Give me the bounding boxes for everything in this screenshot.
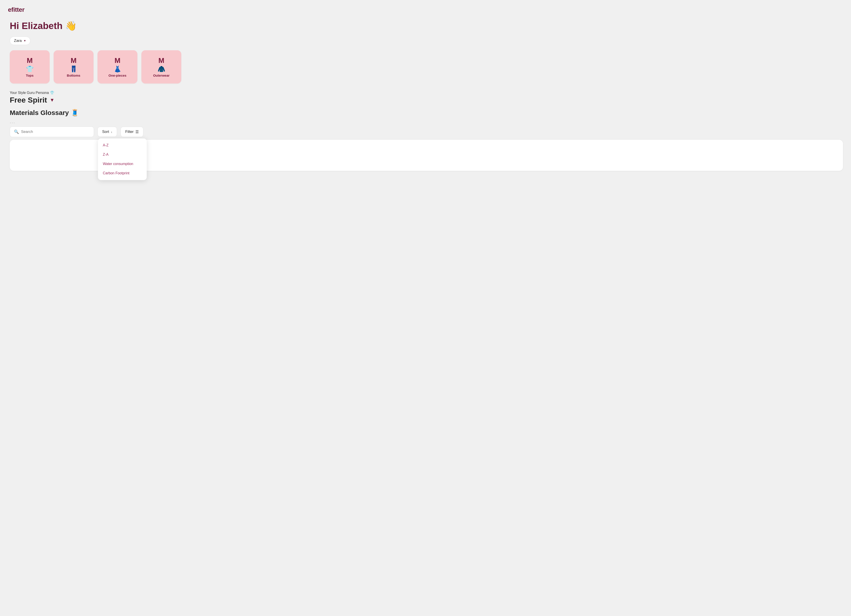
tops-label: Tops (26, 73, 34, 77)
onepieces-label: One-pieces (108, 73, 126, 77)
sort-dropdown: A-Z Z-A Water consumption Carbon Footpri… (98, 138, 147, 180)
size-letter-outerwear: M (158, 57, 164, 65)
bottoms-icon: 👖 (70, 66, 78, 72)
outerwear-label: Outerwear (153, 73, 170, 77)
sort-option-water[interactable]: Water consumption (98, 159, 147, 169)
sort-option-za[interactable]: Z-A (98, 150, 147, 159)
greeting-emoji: 👋 (65, 21, 77, 31)
style-guru-emoji: 👕 (50, 91, 54, 94)
style-guru-section-label: Your Style Guru Persona 👕 (10, 91, 843, 95)
sort-option-az[interactable]: A-Z (98, 141, 147, 150)
brand-chevron-icon: ▼ (24, 39, 26, 42)
outerwear-icon: 🧥 (158, 66, 165, 72)
size-card-onepieces[interactable]: M 👗 One-pieces (98, 50, 137, 84)
filter-label: Filter (125, 130, 134, 134)
persona-name: Free Spirit (10, 96, 47, 104)
search-box[interactable]: 🔍 (10, 126, 94, 137)
onepieces-icon: 👗 (114, 66, 122, 72)
toolbar: 🔍 Sort ↓ Filter ☰ A-Z Z-A Water consumpt… (10, 126, 843, 137)
ellipsis: ... (10, 119, 843, 124)
style-guru-label-text: Your Style Guru Persona (10, 91, 49, 94)
size-letter-tops: M (27, 57, 33, 65)
materials-emoji: 🧵 (71, 109, 79, 116)
size-letter-bottoms: M (71, 57, 77, 65)
tops-icon: 👕 (26, 66, 34, 72)
size-cards-container: M 👕 Tops M 👖 Bottoms M 👗 One-pieces M 🧥 … (10, 50, 843, 84)
size-card-tops[interactable]: M 👕 Tops (10, 50, 50, 84)
materials-glossary-text: Materials Glossary (10, 109, 69, 116)
bottoms-label: Bottoms (67, 73, 80, 77)
size-card-outerwear[interactable]: M 🧥 Outerwear (141, 50, 181, 84)
sort-option-carbon[interactable]: Carbon Footprint (98, 169, 147, 178)
greeting: Hi Elizabeth 👋 (10, 20, 843, 31)
logo: efitter (8, 6, 843, 13)
size-card-bottoms[interactable]: M 👖 Bottoms (54, 50, 93, 84)
filter-icon: ☰ (135, 130, 139, 134)
search-icon: 🔍 (14, 129, 19, 134)
persona-chevron-icon[interactable]: ▼ (50, 97, 54, 103)
sort-label: Sort (102, 130, 109, 134)
materials-glossary[interactable]: Materials Glossary 🧵 (10, 109, 843, 117)
sort-arrow-icon: ↓ (111, 130, 112, 133)
size-letter-onepieces: M (114, 57, 120, 65)
search-input[interactable] (21, 130, 90, 134)
sort-button[interactable]: Sort ↓ (98, 127, 117, 137)
brand-selector[interactable]: Zara ▼ (10, 36, 30, 45)
persona-row: Free Spirit ▼ (10, 96, 843, 104)
brand-label: Zara (14, 39, 22, 43)
greeting-text: Hi Elizabeth (10, 21, 63, 31)
filter-button[interactable]: Filter ☰ (120, 127, 143, 137)
